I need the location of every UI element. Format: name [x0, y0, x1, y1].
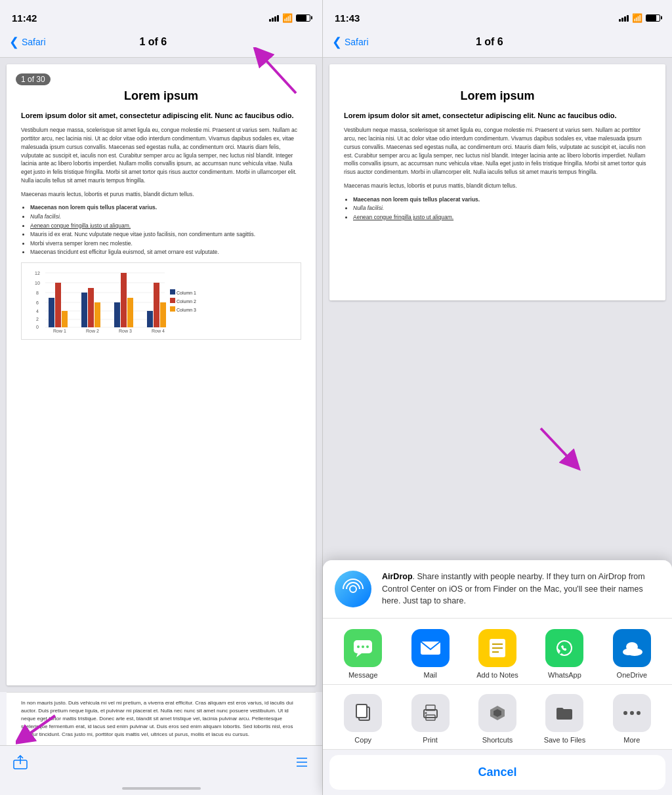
- chart-left: 12 10 8 6 4 2 0: [21, 262, 301, 340]
- notes-icon: [478, 629, 516, 667]
- doc-body-right: Vestibulum neque massa, scelerisque sit …: [344, 126, 651, 176]
- share-app-onedrive[interactable]: OneDrive: [598, 629, 665, 679]
- svg-point-68: [623, 711, 627, 715]
- whatsapp-icon: [545, 629, 583, 667]
- svg-text:10: 10: [35, 281, 40, 285]
- battery-icon-left: [296, 14, 310, 22]
- action-copy[interactable]: Copy: [329, 694, 396, 744]
- svg-text:4: 4: [36, 309, 39, 314]
- action-shortcuts[interactable]: Shortcuts: [464, 694, 531, 744]
- airdrop-icon: [335, 571, 371, 607]
- doc-subtitle-right: Lorem ipsum dolor sit amet, consectetur …: [344, 111, 651, 121]
- page-counter-left: 1 of 30: [16, 73, 51, 85]
- list-icon[interactable]: [295, 756, 309, 771]
- svg-point-45: [350, 586, 356, 592]
- svg-point-69: [630, 711, 634, 715]
- shortcuts-label: Shortcuts: [482, 736, 513, 744]
- status-bar-right: 11:43 📶: [323, 0, 672, 29]
- signal-icon-right: [619, 14, 629, 22]
- nav-back-label-left: Safari: [22, 37, 46, 47]
- mail-label: Mail: [424, 671, 437, 679]
- status-icons-left: 📶: [269, 13, 310, 23]
- copy-label: Copy: [354, 736, 371, 744]
- right-panel: 11:43 📶 ❮ Safari 1 of 6 Lorem ipsum Lore…: [323, 0, 672, 795]
- svg-point-50: [366, 645, 369, 648]
- more-icon: [613, 694, 651, 732]
- svg-text:8: 8: [36, 291, 39, 295]
- svg-point-65: [425, 712, 427, 714]
- svg-rect-17: [81, 293, 87, 327]
- doc-list-left: Maecenas non lorem quis tellus placerat …: [30, 203, 301, 257]
- home-indicator-left: [0, 782, 322, 795]
- svg-rect-18: [88, 288, 94, 327]
- share-app-message[interactable]: Message: [329, 629, 396, 679]
- share-icon[interactable]: [13, 755, 28, 773]
- action-print[interactable]: Print: [396, 694, 463, 744]
- list-item: Aenean congue fringilla justo ut aliquam…: [353, 213, 651, 222]
- share-app-mail[interactable]: Mail: [396, 629, 463, 679]
- airdrop-banner: AirDrop. Share instantly with people nea…: [323, 560, 672, 619]
- doc-page2-body-left: In non mauris justo. Duis vehicula mi ve…: [21, 700, 293, 737]
- print-label: Print: [423, 736, 438, 744]
- svg-text:0: 0: [36, 325, 39, 329]
- svg-rect-20: [114, 302, 120, 327]
- status-icons-right: 📶: [619, 13, 660, 23]
- copy-icon: [344, 694, 382, 732]
- list-item: Aenean congue fringilla justo ut aliquam…: [30, 222, 301, 231]
- arrow-shortcuts-indicator: [534, 425, 587, 474]
- doc-area-left: 1 of 30 Lorem ipsum Lorem ipsum dolor si…: [0, 58, 322, 692]
- shortcuts-icon: [478, 694, 516, 732]
- nav-back-right[interactable]: ❮ Safari: [332, 35, 369, 49]
- whatsapp-label: WhatsApp: [548, 671, 581, 679]
- share-app-whatsapp[interactable]: WhatsApp: [531, 629, 598, 679]
- svg-rect-21: [121, 273, 127, 327]
- svg-text:Row 2: Row 2: [86, 329, 99, 333]
- doc-subtitle-left: Lorem ipsum dolor sit amet, consectetur …: [21, 111, 301, 121]
- doc-title-right: Lorem ipsum: [344, 89, 651, 103]
- onedrive-icon: [613, 629, 651, 667]
- svg-point-48: [357, 645, 360, 648]
- signal-icon-left: [269, 14, 279, 22]
- svg-text:Column 3: Column 3: [177, 308, 196, 312]
- save-files-label: Save to Files: [544, 736, 586, 744]
- nav-bar-right: ❮ Safari 1 of 6: [323, 29, 672, 58]
- doc-page-left: 1 of 30 Lorem ipsum Lorem ipsum dolor si…: [7, 64, 316, 685]
- action-save-files[interactable]: Save to Files: [531, 694, 598, 744]
- doc-body-right-2: Maecenas mauris lectus, lobortis et puru…: [344, 182, 651, 190]
- airdrop-description: Share instantly with people nearby. If t…: [382, 572, 645, 606]
- message-label: Message: [348, 671, 378, 679]
- svg-text:Column 1: Column 1: [177, 291, 196, 295]
- svg-rect-14: [49, 298, 54, 327]
- svg-point-59: [626, 642, 638, 651]
- onedrive-label: OneDrive: [617, 671, 647, 679]
- svg-text:12: 12: [35, 271, 40, 275]
- svg-rect-23: [147, 311, 153, 327]
- airdrop-title: AirDrop: [382, 572, 413, 581]
- svg-rect-30: [170, 289, 175, 295]
- doc-page-right: Lorem ipsum Lorem ipsum dolor sit amet, …: [329, 64, 665, 300]
- svg-rect-32: [170, 298, 175, 303]
- action-more[interactable]: More: [598, 694, 665, 744]
- list-item: Maecenas tincidunt est efficitur ligula …: [30, 248, 301, 257]
- wifi-icon-left: 📶: [282, 13, 293, 23]
- list-item: Maecenas non lorem quis tellus placerat …: [30, 203, 301, 213]
- list-item: Morbi viverra semper lorem nec molestie.: [30, 239, 301, 249]
- nav-title-left: 1 of 6: [139, 36, 167, 48]
- svg-marker-47: [356, 653, 362, 657]
- share-app-notes[interactable]: Add to Notes: [464, 629, 531, 679]
- nav-back-left[interactable]: ❮ Safari: [9, 35, 46, 49]
- notes-label: Add to Notes: [476, 671, 518, 679]
- chevron-left-icon: ❮: [9, 35, 19, 49]
- svg-rect-22: [127, 298, 133, 327]
- list-item: Mauris id ex erat. Nunc vulputate neque …: [30, 230, 301, 239]
- more-label: More: [623, 736, 640, 744]
- wifi-icon-right: 📶: [632, 13, 642, 23]
- status-bar-left: 11:42 📶: [0, 0, 322, 29]
- svg-rect-24: [154, 283, 159, 327]
- cancel-button[interactable]: Cancel: [329, 755, 665, 790]
- message-icon: [344, 629, 382, 667]
- svg-rect-61: [356, 704, 367, 718]
- svg-text:Row 3: Row 3: [119, 329, 132, 333]
- nav-title-right: 1 of 6: [476, 36, 503, 48]
- airdrop-text: AirDrop. Share instantly with people nea…: [382, 571, 660, 607]
